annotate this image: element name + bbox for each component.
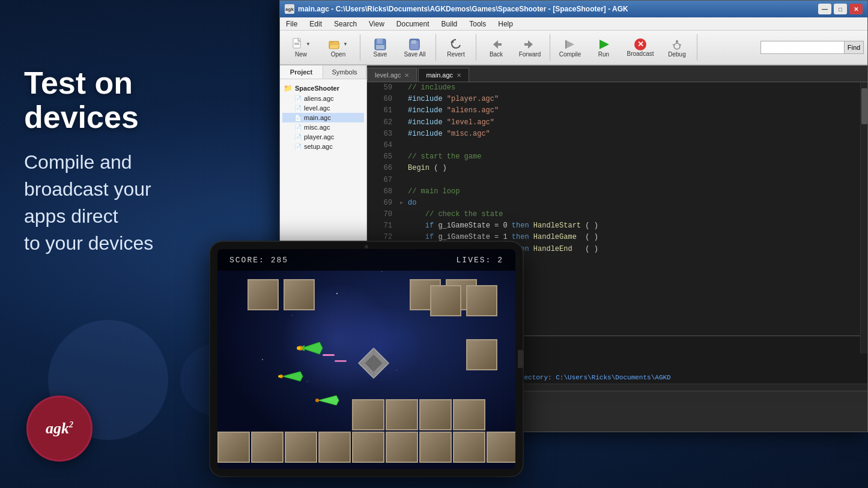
tablet-screen: SCORE: 285 LIVES: 2 xyxy=(217,249,515,469)
toolbar-separator-3 xyxy=(476,34,476,61)
game-crate-b4 xyxy=(453,399,485,430)
new-button[interactable]: ▼ New xyxy=(284,32,318,62)
score-display: SCORE: 285 xyxy=(229,256,288,265)
file-item-player[interactable]: 📄 player.agc xyxy=(282,132,364,142)
code-line: 70 // check the state xyxy=(367,209,867,220)
save-label: Save xyxy=(374,51,387,58)
scrollbar-thumb[interactable] xyxy=(861,88,867,124)
tab-project[interactable]: Project xyxy=(280,65,323,79)
game-crate-b3 xyxy=(419,399,452,430)
save-button[interactable]: Save xyxy=(365,32,396,62)
code-line: 64 xyxy=(367,140,867,151)
game-crate xyxy=(284,279,315,310)
broadcast-stop-icon: ✕ xyxy=(634,38,646,50)
file-icon: 📄 xyxy=(294,124,302,131)
file-icon: 📄 xyxy=(294,95,302,102)
editor-tab-level[interactable]: level.agc ✕ xyxy=(367,68,417,82)
back-button[interactable]: Back xyxy=(481,32,512,62)
game-crate xyxy=(430,285,461,316)
tab-close-icon[interactable]: ✕ xyxy=(404,72,409,79)
code-line: 61 #include "aliens.agc" xyxy=(367,105,867,116)
editor-tab-main[interactable]: main.agc ✕ xyxy=(418,68,469,82)
menu-search[interactable]: Search xyxy=(332,19,359,29)
game-crate-b1 xyxy=(352,399,384,430)
menu-build[interactable]: Build xyxy=(439,19,460,29)
toolbar-separator-5 xyxy=(697,34,697,61)
tab-close-icon[interactable]: ✕ xyxy=(457,72,461,79)
tab-symbols[interactable]: Symbols xyxy=(323,65,366,79)
code-line: 62 #include "level.agc" xyxy=(367,117,867,128)
menu-document[interactable]: Document xyxy=(394,19,432,29)
code-line: 60 #include "player.agc" xyxy=(367,94,867,105)
file-item-setup[interactable]: 📄 setup.agc xyxy=(282,142,364,151)
run-button[interactable]: Run xyxy=(588,32,619,62)
code-line: 65 // start the game xyxy=(367,151,867,163)
menu-tools[interactable]: Tools xyxy=(467,19,488,29)
editor-tabs: level.agc ✕ main.agc ✕ xyxy=(367,65,867,82)
file-item-aliens[interactable]: 📄 aliens.agc xyxy=(282,94,364,103)
code-line: 63 #include "misc.agc" xyxy=(367,128,867,140)
menu-edit[interactable]: Edit xyxy=(307,19,324,29)
code-line: 71 if g_iGameState = 0 then HandleStart … xyxy=(367,220,867,232)
broadcast-label: Broadcast xyxy=(627,50,654,57)
find-button[interactable]: Find xyxy=(845,41,864,54)
back-label: Back xyxy=(490,51,503,58)
game-platform-7 xyxy=(419,432,452,463)
file-item-main[interactable]: 📄 main.agc xyxy=(282,113,364,122)
save-icon xyxy=(374,38,387,51)
game-platform-6 xyxy=(386,432,418,463)
menu-bar: File Edit Search View Document Build Too… xyxy=(280,17,867,31)
forward-button[interactable]: Forward xyxy=(514,32,545,62)
run-label: Run xyxy=(598,51,609,58)
minimize-button[interactable]: — xyxy=(818,4,831,14)
folder-spaceshooter[interactable]: 📁 SpaceShooter xyxy=(282,83,364,94)
vertical-scrollbar[interactable] xyxy=(860,82,867,354)
toolbar: ▼ New ▼ Open S xyxy=(280,31,867,65)
game-platform-3 xyxy=(285,432,317,463)
laser-shot xyxy=(335,360,347,362)
agk-logo: agk2 xyxy=(26,396,93,462)
compile-button[interactable]: Compile xyxy=(554,32,586,62)
menu-file[interactable]: File xyxy=(284,19,300,29)
game-platform-2 xyxy=(251,432,284,463)
menu-help[interactable]: Help xyxy=(496,19,515,29)
file-item-level[interactable]: 📄 level.agc xyxy=(282,103,364,113)
tablet-device: SCORE: 285 LIVES: 2 xyxy=(210,242,523,476)
game-hud: SCORE: 285 LIVES: 2 xyxy=(217,249,515,271)
search-box: Find xyxy=(760,41,864,54)
forward-icon xyxy=(523,38,536,51)
sidebar-tabs: Project Symbols xyxy=(280,65,366,79)
code-line: 67 xyxy=(367,175,867,186)
debug-button[interactable]: Debug xyxy=(661,32,693,62)
open-button[interactable]: ▼ Open xyxy=(321,32,356,62)
broadcast-button[interactable]: ✕ Broadcast xyxy=(622,32,659,62)
title-bar: agk main.agc - C:\Users\Ricks\Documents\… xyxy=(280,1,867,17)
toolbar-separator-2 xyxy=(436,34,436,61)
game-platform-1 xyxy=(217,432,250,463)
enemy-ship xyxy=(278,369,305,387)
game-crate-b2 xyxy=(386,399,418,430)
game-platform-4 xyxy=(318,432,351,463)
agk-logo-text: agk2 xyxy=(46,420,73,438)
save-all-button[interactable]: Save All xyxy=(398,32,431,62)
find-label: Find xyxy=(848,44,860,51)
app-icon: agk xyxy=(285,4,294,14)
new-label: New xyxy=(295,51,307,58)
code-line: 69 ▸ do xyxy=(367,197,867,209)
close-button[interactable]: ✕ xyxy=(849,4,863,14)
search-input[interactable] xyxy=(760,41,845,54)
svg-rect-15 xyxy=(524,43,529,46)
player-ship xyxy=(296,339,326,360)
revert-button[interactable]: Revert xyxy=(440,32,472,62)
file-tree: 📁 SpaceShooter 📄 aliens.agc 📄 level.agc … xyxy=(280,79,366,155)
tablet-camera xyxy=(365,245,368,249)
laser-shot xyxy=(323,354,335,356)
maximize-button[interactable]: □ xyxy=(834,4,847,14)
game-crate xyxy=(466,285,497,316)
svg-point-27 xyxy=(297,346,300,350)
sub-text: Compile and broadcast your apps direct t… xyxy=(24,149,252,256)
revert-icon xyxy=(449,38,463,51)
menu-view[interactable]: View xyxy=(366,19,387,29)
new-dropdown-arrow: ▼ xyxy=(306,41,311,47)
file-item-misc[interactable]: 📄 misc.agc xyxy=(282,122,364,132)
